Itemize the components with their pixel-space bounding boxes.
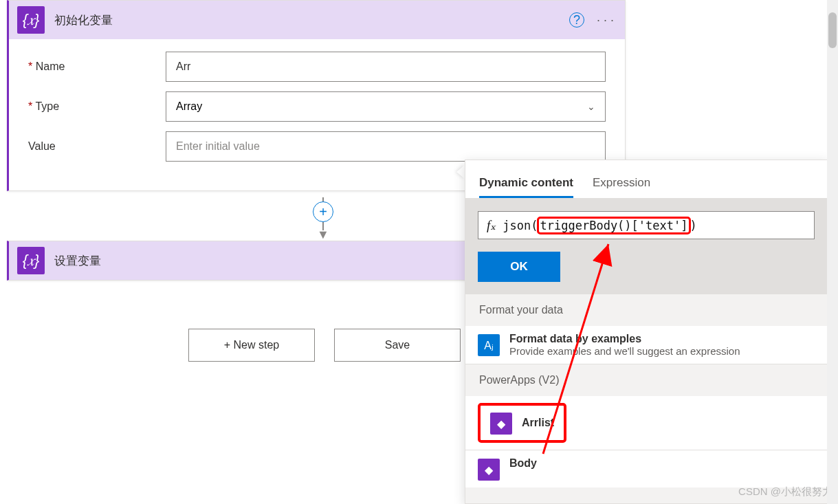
more-icon[interactable]: · · · <box>594 10 617 30</box>
expr-suffix: ) <box>690 219 696 232</box>
chevron-down-icon: ⌄ <box>587 101 595 112</box>
value-label: Value <box>28 140 56 152</box>
item-arrlist-wrapper: ◆ Arrlist <box>465 396 827 450</box>
body-label: Body <box>509 457 537 470</box>
format-icon: Aⱼ <box>478 334 500 356</box>
tab-expression[interactable]: Expression <box>593 176 650 198</box>
format-sub: Provide examples and we'll suggest an ex… <box>509 345 740 357</box>
footer-buttons: + New step Save <box>188 329 461 362</box>
help-icon[interactable]: ? <box>569 12 584 28</box>
row-type: * Type Array ⌄ <box>28 91 606 122</box>
watermark: CSDN @小松很努力 <box>738 485 833 498</box>
powerapps-icon: ◆ <box>490 413 512 435</box>
type-select[interactable]: Array ⌄ <box>166 91 606 122</box>
tab-dynamic-content[interactable]: Dynamic content <box>479 176 573 198</box>
type-label: Type <box>35 100 59 112</box>
type-value: Array <box>176 100 202 113</box>
section-format-head: Format your data <box>465 294 827 326</box>
variable-icon: {𝑥} <box>17 6 45 34</box>
variable-icon: {𝑥} <box>17 247 45 274</box>
name-input[interactable] <box>166 52 606 82</box>
card-title: 初始化变量 <box>54 12 560 28</box>
expression-row: fₓ json(triggerBody()['text']) <box>465 199 827 252</box>
save-button[interactable]: Save <box>334 329 461 362</box>
name-label: Name <box>36 61 65 72</box>
insert-step-button[interactable]: + <box>313 201 333 222</box>
expression-input[interactable]: fₓ json(triggerBody()['text']) <box>478 211 815 239</box>
powerapps-icon: ◆ <box>478 459 500 481</box>
new-step-button[interactable]: + New step <box>188 329 315 362</box>
arrlist-label: Arrlist <box>522 417 554 429</box>
value-input[interactable] <box>166 131 606 162</box>
dc-tabs: Dynamic content Expression <box>465 160 827 199</box>
scrollbar-thumb[interactable] <box>828 12 837 48</box>
row-value: Value <box>28 131 606 162</box>
section-powerapps-head: PowerApps (V2) <box>465 364 827 396</box>
dynamic-content-panel: Dynamic content Expression fₓ json(trigg… <box>465 160 828 504</box>
expr-prefix: json( <box>503 219 538 232</box>
fx-icon: fₓ <box>487 217 496 233</box>
ok-button[interactable]: OK <box>478 252 560 282</box>
expr-highlight: triggerBody()['text'] <box>537 217 692 234</box>
item-body[interactable]: ◆ Body <box>465 450 827 487</box>
scrollbar[interactable] <box>827 0 838 504</box>
card-header[interactable]: {𝑥} 初始化变量 ? · · · <box>9 1 625 39</box>
arrow-down-icon: ▼ <box>317 228 329 242</box>
item-arrlist[interactable]: ◆ Arrlist <box>478 403 566 443</box>
row-name: * Name <box>28 52 606 82</box>
format-title: Format data by examples <box>509 333 740 345</box>
item-format-examples[interactable]: Aⱼ Format data by examples Provide examp… <box>465 326 827 364</box>
panel-pointer <box>456 165 465 179</box>
insert-step: + ▼ <box>302 197 344 242</box>
